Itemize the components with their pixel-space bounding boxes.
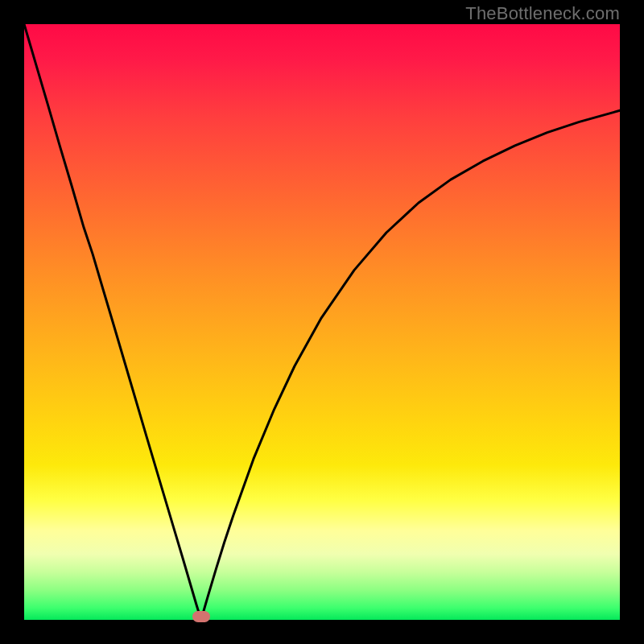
chart-frame: TheBottleneck.com	[0, 0, 644, 644]
bottleneck-curve	[24, 24, 620, 620]
plot-area	[24, 24, 620, 620]
minimum-marker	[192, 611, 210, 622]
curve-path	[24, 24, 620, 620]
watermark-text: TheBottleneck.com	[465, 3, 620, 24]
